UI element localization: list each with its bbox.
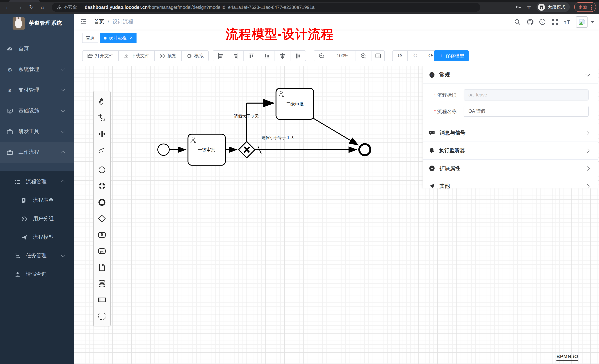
align-middle-icon: [279, 53, 286, 59]
section-extended-attributes[interactable]: 扩展属性: [423, 160, 598, 177]
task-label: 一级审批: [198, 147, 215, 152]
task-label: 二级审批: [286, 101, 304, 106]
redo-button[interactable]: ↻: [408, 50, 423, 61]
align-left-button[interactable]: [213, 50, 228, 61]
process-key-row: * 流程标识: [423, 89, 598, 102]
section-title: 其他: [440, 183, 450, 189]
general-section-header[interactable]: i 常规: [423, 66, 598, 84]
undo-button[interactable]: ↺: [392, 50, 408, 61]
help-icon[interactable]: ?: [536, 14, 549, 30]
chevron-down-icon: [61, 87, 65, 92]
chevron-down-icon: [61, 129, 65, 133]
align-center-button[interactable]: [291, 50, 306, 61]
breadcrumb-separator: /: [108, 19, 109, 25]
sidebar-item-system[interactable]: ⚙ 系统管理: [0, 59, 74, 80]
sidebar-item-workflow[interactable]: 工作流程: [0, 142, 74, 163]
flow-task2-to-end[interactable]: [313, 118, 359, 145]
align-right-button[interactable]: [228, 50, 244, 61]
tab-label: 设计流程: [109, 35, 126, 41]
align-bottom-button[interactable]: [259, 50, 275, 61]
edge-label-gt3[interactable]: 请假大于 3 天: [234, 114, 259, 119]
url-host: dashboard.yudao.iocoder.cn: [85, 5, 148, 10]
sidebar-item-task-mgmt[interactable]: 任务管理: [0, 246, 74, 265]
bookmark-star-icon[interactable]: ☆: [527, 4, 531, 10]
user-task-level2[interactable]: 二级审批: [276, 88, 314, 119]
open-file-button[interactable]: 打开文件: [82, 50, 119, 61]
not-secure-label: 不安全: [64, 4, 77, 10]
sidebar-item-payment[interactable]: ¥ 支付管理: [0, 80, 74, 101]
sidebar-item-label: 基础设施: [18, 108, 39, 114]
search-icon[interactable]: [511, 14, 524, 30]
start-event[interactable]: [158, 144, 169, 155]
tab-design-process[interactable]: 设计流程 ✕: [100, 33, 137, 43]
watermark-text: BPMN.iO: [556, 354, 578, 359]
sidebar-item-infra[interactable]: 基础设施: [0, 101, 74, 121]
edge-label-lte1[interactable]: 请假小于等于 1 天: [262, 135, 294, 140]
section-execution-listener[interactable]: 执行监听器: [423, 142, 598, 160]
save-model-button[interactable]: ＋ 保存模型: [434, 50, 469, 61]
preview-button[interactable]: 预览: [155, 50, 182, 61]
zoom-reset-button[interactable]: [371, 50, 385, 61]
sidebar-item-home[interactable]: 首页: [0, 38, 74, 59]
browser-active-tab[interactable]: [9, 0, 40, 2]
download-file-button[interactable]: 下载文件: [119, 50, 155, 61]
sidebar-item-process-model[interactable]: 流程模型: [0, 228, 74, 246]
browser-update-button[interactable]: 更新: [574, 2, 596, 12]
github-icon[interactable]: [524, 14, 536, 30]
window-tab-strip: [0, 0, 599, 2]
sidebar-item-user-group[interactable]: 用户分组: [0, 210, 74, 228]
chevron-right-icon: [585, 166, 590, 170]
chevron-right-icon: [585, 149, 590, 153]
simulate-button[interactable]: 模拟: [182, 50, 209, 61]
avatar-caret-icon[interactable]: [591, 21, 595, 25]
exclusive-gateway[interactable]: [239, 142, 255, 158]
browser-menu-icon[interactable]: [591, 5, 592, 9]
breadcrumb-home[interactable]: 首页: [94, 18, 104, 25]
briefcase-icon: [7, 149, 13, 155]
forward-button-icon[interactable]: →: [16, 4, 23, 10]
close-icon[interactable]: ✕: [130, 35, 133, 40]
sidebar-item-process-form[interactable]: 流程表单: [0, 191, 74, 210]
bpmn-canvas[interactable]: 一级审批 二级审批: [74, 66, 599, 364]
avatar[interactable]: [576, 16, 588, 27]
password-key-icon[interactable]: [516, 4, 521, 10]
plus-circle-icon: [429, 165, 435, 171]
user-task-level1[interactable]: 一级审批: [188, 134, 225, 165]
sidebar-item-devtools[interactable]: 研发工具: [0, 121, 74, 142]
section-message-signal[interactable]: 消息与信号: [423, 124, 598, 142]
home-icon[interactable]: ⌂: [39, 4, 46, 10]
back-button-icon[interactable]: ←: [4, 4, 11, 10]
align-top-button[interactable]: [244, 50, 259, 61]
section-other[interactable]: 其他: [423, 177, 598, 195]
process-key-input[interactable]: [464, 89, 589, 101]
app-header: 首页 / 设计流程 ?: [74, 14, 599, 30]
align-right-icon: [233, 53, 239, 59]
sidebar-item-label: 系统管理: [18, 66, 39, 73]
zoom-out-button[interactable]: [314, 50, 329, 61]
align-center-icon: [295, 53, 301, 59]
chevron-down-icon: [585, 72, 590, 76]
tab-home[interactable]: 首页: [82, 33, 98, 43]
process-name-input[interactable]: [464, 106, 589, 117]
align-top-icon: [248, 53, 255, 59]
sidebar-item-label: 流程管理: [26, 178, 47, 185]
address-bar[interactable]: 不安全 dashboard.yudao.iocoder.cn/bpm/manag…: [52, 3, 480, 12]
workflow-submenu: 流程管理 流程表单 用户分组: [0, 171, 74, 364]
main-area: 首页 / 设计流程 ?: [74, 14, 599, 364]
app-logo-row[interactable]: 芋道管理系统: [0, 14, 74, 33]
bpmn-io-watermark[interactable]: BPMN.iO: [556, 354, 578, 361]
collapse-sidebar-icon[interactable]: [80, 18, 87, 25]
sidebar-item-process-mgmt[interactable]: 流程管理: [0, 173, 74, 191]
font-size-icon[interactable]: TT: [561, 14, 574, 30]
zoom-in-button[interactable]: [356, 50, 371, 61]
reload-icon[interactable]: ↻: [28, 4, 35, 10]
not-secure-badge[interactable]: 不安全: [57, 4, 77, 10]
fullscreen-icon[interactable]: [549, 14, 561, 30]
paper-plane-icon: [21, 234, 27, 240]
align-middle-button[interactable]: [275, 50, 291, 61]
process-name-row: * 流程名称: [423, 105, 598, 118]
sidebar-item-label: 任务管理: [26, 252, 47, 259]
sidebar-item-leave-query[interactable]: 请假查询: [0, 265, 74, 283]
chevron-down-icon: [61, 253, 65, 257]
end-event[interactable]: [359, 144, 370, 155]
